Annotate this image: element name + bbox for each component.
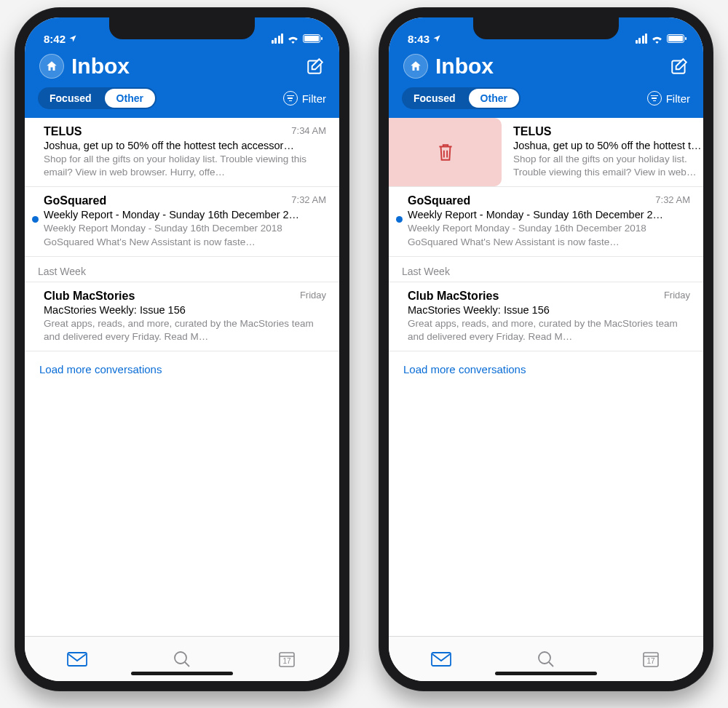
email-row[interactable]: TELUS 7:34 AM Joshua, get up to 50% off … xyxy=(25,118,339,187)
email-subject: Joshua, get up to 50% off the hottest te… xyxy=(513,140,703,151)
email-time: 7:34 AM xyxy=(291,125,326,138)
email-subject: MacStories Weekly: Issue 156 xyxy=(408,304,690,316)
email-row-swiped[interactable]: TELUS Joshua, get up to 50% off the hott… xyxy=(389,118,703,187)
segment-focused[interactable]: Focused xyxy=(402,87,467,109)
wifi-icon xyxy=(651,34,663,44)
account-avatar[interactable] xyxy=(403,54,428,79)
email-row[interactable]: Club MacStories Friday MacStories Weekly… xyxy=(389,282,703,351)
segment-other[interactable]: Other xyxy=(469,89,519,108)
email-preview: Shop for all the gifts on your holiday l… xyxy=(513,153,703,179)
screen: 8:42 Inbox Focused Other xyxy=(25,17,339,681)
calendar-day: 17 xyxy=(646,657,654,665)
email-sender: Club MacStories xyxy=(408,290,499,303)
trash-icon xyxy=(436,142,455,162)
battery-icon xyxy=(667,34,684,43)
email-subject: Joshua, get up to 50% off the hottest te… xyxy=(44,140,326,151)
cellular-signal-icon xyxy=(636,33,648,44)
filter-button[interactable]: Filter xyxy=(647,91,690,106)
segment-focused[interactable]: Focused xyxy=(38,87,103,109)
phone-left: 8:42 Inbox Focused Other xyxy=(15,7,349,691)
email-row[interactable]: GoSquared 7:32 AM Weekly Report - Monday… xyxy=(25,187,339,256)
segment-other[interactable]: Other xyxy=(105,89,155,108)
email-preview: Great apps, reads, and more, curated by … xyxy=(44,317,326,343)
notch xyxy=(109,17,255,39)
notch xyxy=(473,17,619,39)
email-sender: GoSquared xyxy=(44,194,106,207)
load-more-button[interactable]: Load more conversations xyxy=(389,351,703,387)
page-title: Inbox xyxy=(71,54,130,79)
svg-rect-1 xyxy=(68,653,87,666)
load-more-button[interactable]: Load more conversations xyxy=(25,351,339,387)
compose-button[interactable] xyxy=(670,57,689,76)
battery-icon xyxy=(303,34,320,43)
calendar-day: 17 xyxy=(282,657,290,665)
location-arrow-icon xyxy=(432,34,441,43)
svg-point-6 xyxy=(539,652,550,664)
email-sender: TELUS xyxy=(44,125,82,138)
filter-label: Filter xyxy=(666,92,690,105)
email-sender: Club MacStories xyxy=(44,290,135,303)
email-time: 7:32 AM xyxy=(291,194,326,207)
compose-button[interactable] xyxy=(306,57,325,76)
email-list[interactable]: TELUS Joshua, get up to 50% off the hott… xyxy=(389,118,703,636)
email-subject: Weekly Report - Monday - Sunday 16th Dec… xyxy=(44,209,326,220)
email-time: Friday xyxy=(664,290,690,303)
filter-icon xyxy=(647,91,662,106)
svg-point-2 xyxy=(175,652,186,664)
location-arrow-icon xyxy=(68,34,77,43)
email-sender: GoSquared xyxy=(408,194,470,207)
email-preview: Weekly Report Monday - Sunday 16th Decem… xyxy=(408,222,690,248)
swipe-delete-action[interactable] xyxy=(389,118,502,186)
status-time: 8:42 xyxy=(44,33,66,45)
filter-button[interactable]: Filter xyxy=(283,91,326,106)
mail-icon xyxy=(431,652,451,667)
email-preview: Weekly Report Monday - Sunday 16th Decem… xyxy=(44,222,326,248)
section-header: Last Week xyxy=(389,257,703,282)
search-icon xyxy=(173,651,191,668)
wifi-icon xyxy=(287,34,299,44)
screen: 8:43 Inbox Focused Other xyxy=(389,17,703,681)
email-row[interactable]: GoSquared 7:32 AM Weekly Report - Monday… xyxy=(389,187,703,256)
home-icon xyxy=(45,60,58,73)
email-preview: Shop for all the gifts on your holiday l… xyxy=(44,153,326,179)
svg-rect-5 xyxy=(432,653,451,666)
email-row[interactable]: Club MacStories Friday MacStories Weekly… xyxy=(25,282,339,351)
page-title: Inbox xyxy=(435,54,494,79)
email-preview: Great apps, reads, and more, curated by … xyxy=(408,317,690,343)
phone-right: 8:43 Inbox Focused Other xyxy=(379,7,713,691)
status-time: 8:43 xyxy=(408,33,430,45)
tab-mail[interactable] xyxy=(25,637,130,681)
tab-calendar[interactable]: 17 xyxy=(598,637,703,681)
tab-calendar[interactable]: 17 xyxy=(234,637,339,681)
search-icon xyxy=(537,651,555,668)
filter-label: Filter xyxy=(302,92,326,105)
email-time: Friday xyxy=(300,290,326,303)
tab-mail[interactable] xyxy=(389,637,494,681)
section-header: Last Week xyxy=(25,257,339,282)
email-subject: MacStories Weekly: Issue 156 xyxy=(44,304,326,316)
inbox-segment[interactable]: Focused Other xyxy=(38,87,157,109)
email-sender: TELUS xyxy=(513,125,551,138)
email-time: 7:32 AM xyxy=(655,194,690,207)
filter-icon xyxy=(283,91,298,106)
email-subject: Weekly Report - Monday - Sunday 16th Dec… xyxy=(408,209,690,220)
mail-icon xyxy=(67,652,87,667)
home-icon xyxy=(409,60,422,73)
inbox-segment[interactable]: Focused Other xyxy=(402,87,521,109)
email-list[interactable]: TELUS 7:34 AM Joshua, get up to 50% off … xyxy=(25,118,339,636)
home-indicator[interactable] xyxy=(495,672,597,675)
cellular-signal-icon xyxy=(272,33,284,44)
account-avatar[interactable] xyxy=(39,54,64,79)
home-indicator[interactable] xyxy=(131,672,233,675)
